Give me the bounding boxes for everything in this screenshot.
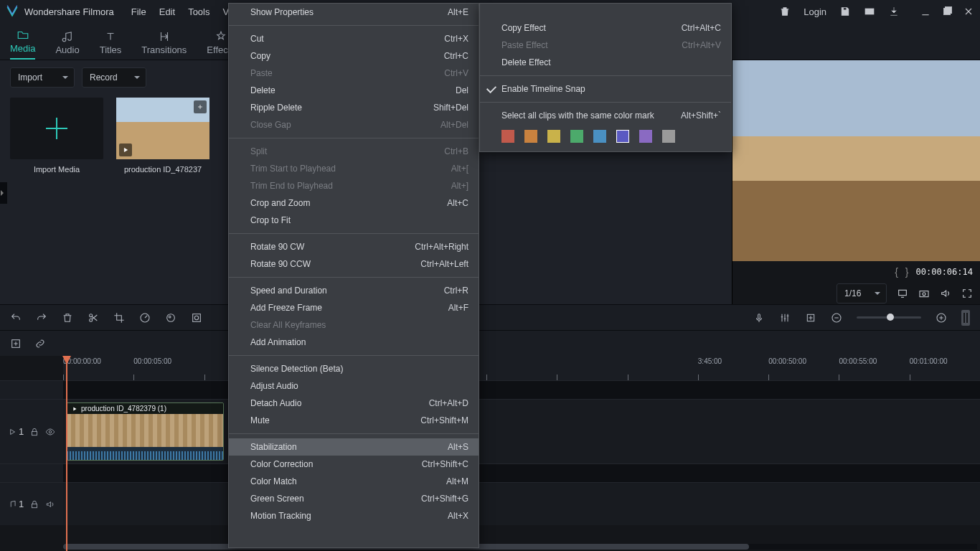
volume-icon[interactable] [940,288,951,299]
context-item[interactable]: Color CorrectionCtrl+Shift+C [229,456,479,473]
context-item[interactable]: Crop and ZoomAlt+C [229,194,479,212]
context-item[interactable]: Green ScreenCtrl+Shift+G [229,490,479,507]
context-item[interactable]: Speed and DurationCtrl+R [229,282,479,299]
context-item[interactable]: Show PropertiesAlt+E [229,4,479,21]
context-item-label: Delete [250,85,275,95]
context-item[interactable]: CutCtrl+X [229,30,479,47]
sidebar-expand-handle[interactable] [0,182,7,204]
lock-icon[interactable] [29,427,39,437]
context-item-shortcut: Ctrl+Alt+D [429,398,468,408]
context-item-shortcut: Ctrl+Shift+M [420,415,468,425]
tab-audio[interactable]: Audio [55,30,79,60]
context-item[interactable]: Add Freeze FrameAlt+F [229,299,479,316]
context-item[interactable]: Enable Timeline Snap [480,80,731,98]
add-to-timeline-icon[interactable] [194,100,207,113]
context-item[interactable]: Motion TrackingAlt+X [229,507,479,524]
preview-zoom-dropdown[interactable]: 1/16 [837,283,887,303]
zoom-out-icon[interactable] [831,312,842,324]
import-media-tile[interactable]: Import Media [10,98,103,174]
context-item[interactable]: CopyCtrl+C [229,47,479,65]
context-item[interactable]: Detach AudioCtrl+Alt+D [229,395,479,412]
color-swatch[interactable] [639,130,652,143]
save-icon[interactable] [839,6,851,17]
context-item[interactable]: Add Animation [229,334,479,351]
menu-edit[interactable]: Edit [159,6,175,17]
context-separator [229,25,479,26]
mute-icon[interactable] [45,499,55,509]
context-item-label: Show Properties [250,7,314,17]
trash-icon[interactable] [779,6,791,17]
manage-tracks-icon[interactable] [10,338,22,349]
zoom-in-icon[interactable] [936,312,947,324]
timeline-clip[interactable]: production ID_4782379 (1) [66,402,224,461]
export-icon[interactable] [888,6,900,17]
display-settings-icon[interactable] [897,288,908,299]
context-item-shortcut: Del [456,85,468,95]
voiceover-icon[interactable] [753,312,765,324]
context-item[interactable]: Rotate 90 CWCtrl+Alt+Right [229,238,479,255]
zoom-slider[interactable] [857,316,921,319]
mark-in-icon[interactable]: { [895,266,898,278]
color-swatch[interactable] [547,130,560,143]
menu-file[interactable]: File [131,6,146,17]
crop-icon[interactable] [113,312,125,324]
timeline-ruler[interactable]: 00:00:00:0000:00:05:003:45:0000:00:50:00… [63,356,980,380]
play-preview-icon[interactable] [119,143,132,156]
media-clip-name: production ID_478237 [116,165,209,174]
context-item[interactable]: Delete Effect [480,54,731,71]
mixer-icon[interactable] [779,312,791,324]
maximize-icon[interactable] [941,6,953,17]
context-item[interactable]: MuteCtrl+Shift+M [229,412,479,429]
green-screen-icon[interactable] [191,312,202,324]
speed-icon[interactable] [139,312,151,324]
login-button[interactable]: Login [804,6,826,17]
context-item[interactable]: DeleteDel [229,82,479,99]
record-dropdown[interactable]: Record [82,67,146,88]
color-swatch[interactable] [662,130,675,143]
preview-viewport[interactable] [732,60,980,261]
color-swatch[interactable] [593,130,606,143]
visibility-icon[interactable] [45,427,55,437]
minimize-icon[interactable] [920,6,931,17]
tab-titles[interactable]: Titles [100,30,122,60]
context-item[interactable]: Ripple DeleteShift+Del [229,99,479,116]
tab-media[interactable]: Media [10,29,35,60]
context-item-label: Trim End to Playhead [250,181,333,191]
context-item[interactable]: StabilizationAlt+S [229,438,479,456]
context-item-label: Adjust Audio [250,381,298,391]
context-item[interactable]: Copy EffectCtrl+Alt+C [480,19,731,37]
tab-media-label: Media [10,43,35,54]
lock-icon[interactable] [29,499,39,509]
fullscreen-icon[interactable] [961,288,973,299]
playhead[interactable] [66,356,67,551]
context-item[interactable]: Select all clips with the same color mar… [480,107,731,124]
color-swatch[interactable] [616,130,629,143]
svg-rect-4 [920,291,928,297]
context-item[interactable]: Silence Detection (Beta) [229,360,479,377]
menu-tools[interactable]: Tools [188,6,209,17]
snapshot-icon[interactable] [918,288,930,299]
color-swatch[interactable] [524,130,537,143]
mail-icon[interactable] [864,6,875,17]
import-dropdown[interactable]: Import [10,67,75,88]
tab-transitions[interactable]: Transitions [141,30,187,60]
color-icon[interactable] [165,312,176,324]
media-clip-tile[interactable]: production ID_478237 [116,98,209,174]
context-item-shortcut: Ctrl+C [444,51,468,61]
color-swatch[interactable] [570,130,583,143]
context-item[interactable]: Color MatchAlt+M [229,473,479,490]
split-icon[interactable] [88,312,99,324]
context-item[interactable]: Crop to Fit [229,212,479,229]
close-icon[interactable] [963,6,974,17]
context-item[interactable]: Rotate 90 CCWCtrl+Alt+Left [229,255,479,273]
delete-icon[interactable] [62,312,73,324]
undo-icon[interactable] [10,312,22,324]
color-swatch[interactable] [501,130,514,143]
timeline-scrollbar[interactable] [63,544,977,550]
link-icon[interactable] [34,338,46,349]
redo-icon[interactable] [36,312,47,324]
mark-out-icon[interactable]: } [905,266,909,278]
zoom-fit-icon[interactable] [961,310,970,326]
marker-icon[interactable] [805,312,816,324]
context-item[interactable]: Adjust Audio [229,377,479,395]
